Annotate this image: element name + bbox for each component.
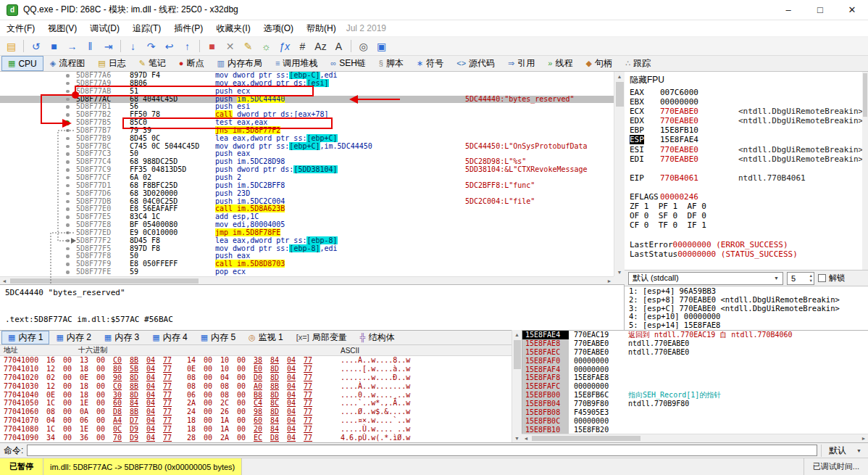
disasm-horizontal-scrollbar[interactable]: ◄ ► [0, 276, 614, 284]
register-row[interactable]: ZF 1 PF 1 AF 0 [625, 202, 868, 211]
settings-button[interactable]: ☼ [257, 38, 275, 54]
breakpoint-button[interactable]: ■ [203, 38, 221, 54]
stack-row[interactable]: 15E8FB04770B9F80ntdll.770B9F80 [522, 400, 868, 408]
scroll-up-icon[interactable]: ▲ [512, 330, 522, 339]
step-over-button[interactable]: ↷ [142, 38, 160, 54]
breakpoint-dot[interactable] [66, 223, 70, 227]
tab-memory-map[interactable]: ▥内存布局 [211, 56, 269, 71]
command-input[interactable] [27, 445, 817, 456]
dump-row[interactable]: 7704106008000A00D88B047724002600988D0477… [0, 408, 512, 416]
disasm-row[interactable]: 5D8F77D668 3D020000push 23D [0, 190, 624, 198]
dump-vscroll-thumb[interactable] [514, 340, 521, 369]
dump-row[interactable]: 7704107004000600A4D7047718001A0060840477… [0, 416, 512, 425]
disasm-vscroll-thumb[interactable] [616, 82, 624, 107]
register-row[interactable] [625, 259, 868, 268]
breakpoint-dot[interactable] [66, 215, 70, 219]
menu-item-调试D[interactable]: 调试(D) [83, 20, 126, 37]
register-row[interactable]: EDX770EABE0<ntdll.DbgUiRemoteBreakin> [625, 116, 868, 125]
stack-row[interactable]: 15E8FB0C00000000 [522, 417, 868, 426]
dump-row[interactable]: 770410501C001E00608404772A002C00C48C0477… [0, 399, 512, 408]
strings-button[interactable]: Az [312, 38, 330, 54]
menu-item-视图V[interactable]: 视图(V) [41, 20, 83, 37]
tab-handles[interactable]: ◆句柄 [579, 56, 618, 71]
breakpoint-dot[interactable] [66, 176, 70, 180]
tab-dump-4[interactable]: ▦内存 4 [146, 331, 193, 344]
font-button[interactable]: A [330, 38, 348, 54]
breakpoint-dot[interactable] [66, 145, 70, 149]
stack-row[interactable]: 15E8FAFC00000000 [522, 382, 868, 391]
menu-item-帮助H[interactable]: 帮助(H) [300, 20, 343, 37]
command-profile-select[interactable]: 默认 ▼ [821, 445, 864, 457]
stack-row[interactable]: 15E8FAE4770EAC19返回到 ntdll.770EAC19 自 ntd… [522, 331, 868, 339]
scroll-right-icon[interactable]: ► [859, 434, 868, 442]
dump-row[interactable]: 770410801C001E000CD9047718001A0020840477… [0, 425, 512, 434]
register-row[interactable]: ESP15E8FAE4 [625, 135, 868, 144]
stack-row[interactable]: 15E8FAF815E8FAE8 [522, 373, 868, 382]
stepper-arrows-icon[interactable]: ▲▼ [809, 273, 813, 284]
breakpoint-dot[interactable] [66, 247, 70, 251]
run-until-return-button[interactable]: ↩ [160, 38, 178, 54]
breakpoint-dot[interactable] [66, 200, 70, 204]
disasm-row[interactable]: 5D8F77AB51push ecx [0, 88, 624, 96]
pause-button[interactable]: ‖ [81, 38, 99, 54]
minimize-button[interactable]: – [772, 0, 804, 20]
tab-seh[interactable]: ∞SEH链 [324, 56, 372, 71]
tab-graph[interactable]: ◈流程图 [43, 56, 91, 71]
tab-notes[interactable]: ✎笔记 [133, 56, 172, 71]
open-file-button[interactable]: ▤ [2, 38, 20, 54]
tab-symbols[interactable]: ∗符号 [410, 56, 450, 71]
register-row[interactable]: EDI770EABE0<ntdll.DbgUiRemoteBreakin> [625, 154, 868, 164]
breakpoint-dot[interactable] [66, 152, 70, 156]
register-row[interactable]: CF 0 TF 0 IF 1 [625, 220, 868, 230]
register-row[interactable]: EBX00000000 [625, 97, 868, 107]
breakpoint-dot[interactable] [66, 192, 70, 196]
tab-dump-3[interactable]: ▦内存 3 [98, 331, 146, 344]
breakpoint-dot[interactable] [66, 184, 70, 188]
dump-row[interactable]: 7704102002000E00908D047708000400D08D0477… [0, 373, 512, 382]
register-row[interactable]: LastStatus00000000 (STATUS_SUCCESS) [625, 249, 868, 259]
calling-convention-select[interactable]: 默认 (stdcall) ▼ [628, 272, 783, 285]
stack-panel[interactable]: 15E8FAE4770EAC19返回到 ntdll.770EAC19 自 ntd… [522, 330, 868, 434]
tab-cpu[interactable]: ▦CPU [1, 56, 43, 71]
breakpoint-dot[interactable] [66, 129, 70, 133]
register-row[interactable]: ESI770EABE0<ntdll.DbgUiRemoteBreakin> [625, 145, 868, 154]
breakpoint-dot[interactable] [66, 255, 70, 258]
disasm-vertical-scrollbar[interactable]: ▲ ▼ [614, 72, 625, 276]
restart-button[interactable]: ↺ [27, 38, 45, 54]
breakpoint-dot[interactable] [66, 168, 70, 172]
tab-script[interactable]: §脚本 [372, 56, 410, 71]
breakpoint-dot[interactable] [66, 74, 70, 78]
unlock-checkbox-group[interactable]: 解锁 [818, 273, 845, 284]
dump-row[interactable]: 770410400E001800308D047706000800B88D0477… [0, 391, 512, 400]
tab-dump-1[interactable]: ▦内存 1 [1, 331, 49, 344]
patches-button[interactable]: # [293, 38, 312, 54]
dump-row[interactable]: 770410903400360070D9047728002A00ECD80477… [0, 434, 512, 442]
dump-row[interactable]: 7704100016001300C08B04771400100038840477… [0, 356, 512, 365]
registers-scroll-thumb[interactable] [863, 73, 867, 117]
menu-item-插件P[interactable]: 插件(P) [167, 20, 209, 37]
tab-log[interactable]: ▤日志 [91, 56, 132, 71]
run-to-user-code-button[interactable]: ⇥ [99, 38, 117, 54]
maximize-button[interactable]: □ [804, 0, 836, 20]
unlock-checkbox[interactable] [818, 274, 826, 282]
comments-button[interactable]: ▣ [372, 38, 391, 54]
breakpoint-dot[interactable] [64, 120, 70, 125]
stack-row[interactable]: 15E8FAF400000000 [522, 365, 868, 374]
stop-button[interactable]: ■ [45, 38, 63, 54]
register-row[interactable] [625, 230, 868, 239]
disasm-row[interactable]: 5D8F77B98D45 0Clea eax,dword ptr ss:[ebp… [0, 135, 624, 143]
stack-row[interactable]: 15E8FB08F45905E3 [522, 408, 868, 417]
breakpoint-dot[interactable] [66, 263, 70, 266]
run-button[interactable]: → [63, 38, 81, 54]
dump-vertical-scrollbar[interactable]: ▲ ▼ [512, 330, 522, 442]
tab-dump-5[interactable]: ▦内存 5 [194, 331, 242, 344]
menu-item-文件F[interactable]: 文件(F) [0, 20, 41, 37]
menu-item-收藏夹I[interactable]: 收藏夹(I) [209, 20, 256, 37]
breakpoint-dot[interactable] [66, 113, 70, 117]
scroll-right-icon[interactable]: ► [605, 277, 614, 284]
registers-panel[interactable]: 隐藏FPU EAX007C6000EBX00000000ECX770EABE0<… [625, 72, 868, 270]
breakpoint-dot[interactable] [66, 98, 70, 102]
register-row[interactable]: EFLAGS00000246 [625, 192, 868, 202]
dump-row[interactable]: 7704101012001800805B04770E001000E08D0477… [0, 365, 512, 373]
stack-hscroll-thumb[interactable] [532, 436, 640, 441]
